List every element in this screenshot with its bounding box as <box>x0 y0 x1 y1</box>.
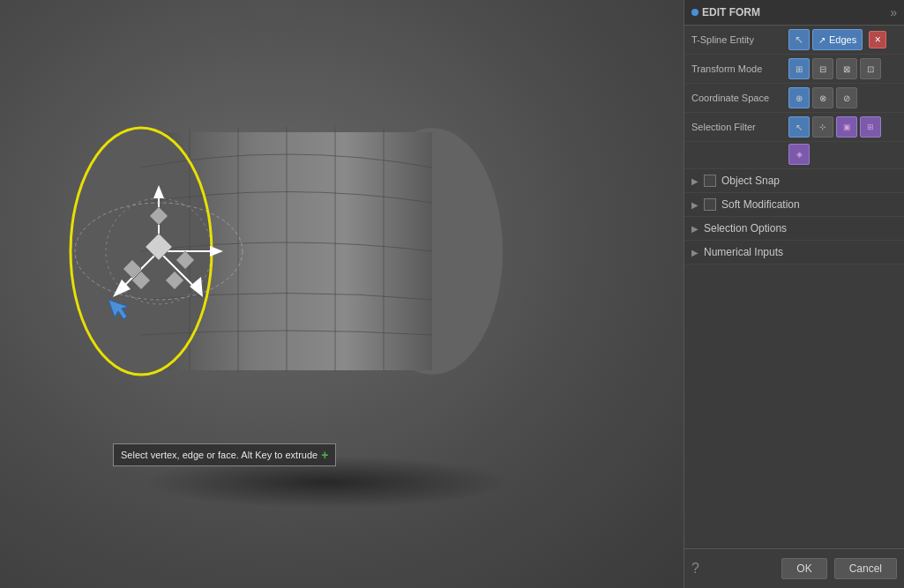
close-entity-btn[interactable]: × <box>869 31 886 48</box>
coord-icon1: ⊕ <box>796 93 803 103</box>
panel-expand-icon[interactable]: » <box>890 5 897 19</box>
panel-header: EDIT FORM » <box>684 0 904 26</box>
tooltip-plus-icon: + <box>321 448 328 462</box>
tspline-entity-label: T-Spline Entity <box>691 34 788 45</box>
edge-cursor-icon: ↗ <box>818 35 826 45</box>
object-snap-arrow-icon: ▶ <box>691 176 699 186</box>
numerical-inputs-section[interactable]: ▶ Numerical Inputs <box>684 241 904 264</box>
help-icon[interactable]: ? <box>691 561 699 577</box>
tspline-entity-controls: ↖ ↗ Edges × <box>788 29 886 50</box>
edges-button[interactable]: ↗ Edges <box>812 29 863 50</box>
selection-filter-extra-row: ◈ <box>684 142 904 169</box>
tooltip-text: Select vertex, edge or face. Alt Key to … <box>121 450 318 460</box>
footer-buttons: OK Cancel <box>781 558 897 579</box>
coord-btn1[interactable]: ⊕ <box>788 87 810 108</box>
cancel-button[interactable]: Cancel <box>834 558 897 579</box>
filter-icon5: ◈ <box>796 150 803 159</box>
filter-btn3[interactable]: ▣ <box>836 116 857 138</box>
transform-mode-label: Transform Mode <box>691 63 788 74</box>
ok-button[interactable]: OK <box>781 558 826 579</box>
close-icon: × <box>875 33 881 46</box>
coord-btn2[interactable]: ⊗ <box>812 87 833 108</box>
selection-options-arrow-icon: ▶ <box>691 224 699 234</box>
coord-icon3: ⊘ <box>843 93 850 103</box>
transform-icon1: ⊞ <box>796 64 803 74</box>
panel-title-text: EDIT FORM <box>702 6 760 19</box>
filter-btn5[interactable]: ◈ <box>788 144 810 165</box>
object-snap-checkbox[interactable] <box>704 175 716 187</box>
coordinate-space-controls: ⊕ ⊗ ⊘ <box>788 87 857 108</box>
panel-title-dot <box>691 9 699 16</box>
filter-btn4[interactable]: ⊞ <box>860 116 881 138</box>
soft-modification-title: Soft Modification <box>721 198 800 211</box>
soft-modification-arrow-icon: ▶ <box>691 200 699 210</box>
object-snap-section[interactable]: ▶ Object Snap <box>684 169 904 193</box>
transform-mode-btn1[interactable]: ⊞ <box>788 58 810 79</box>
numerical-inputs-title: Numerical Inputs <box>704 246 783 258</box>
transform-mode-btn3[interactable]: ⊠ <box>836 58 857 79</box>
panel-title: EDIT FORM <box>691 6 760 19</box>
transform-mode-btn4[interactable]: ⊡ <box>860 58 881 79</box>
coord-icon2: ⊗ <box>819 93 826 103</box>
tspline-entity-row: T-Spline Entity ↖ ↗ Edges × <box>684 26 904 55</box>
filter-icon1: ↖ <box>796 123 803 132</box>
selection-options-section[interactable]: ▶ Selection Options <box>684 217 904 241</box>
edit-form-panel: EDIT FORM » T-Spline Entity ↖ ↗ Edges × … <box>684 0 904 588</box>
tspline-cursor-btn[interactable]: ↖ <box>788 29 810 50</box>
transform-icon3: ⊠ <box>843 64 850 74</box>
filter-icon2: ⊹ <box>819 123 826 131</box>
filter-icon3: ▣ <box>843 123 851 131</box>
filter-btn1[interactable]: ↖ <box>788 116 810 138</box>
transform-icon2: ⊟ <box>819 64 826 74</box>
soft-modification-checkbox[interactable] <box>704 198 716 211</box>
edges-label: Edges <box>829 34 856 45</box>
transform-mode-btn2[interactable]: ⊟ <box>812 58 833 79</box>
panel-footer: ? OK Cancel <box>684 548 904 588</box>
cursor-icon: ↖ <box>795 33 803 46</box>
filter-icon4: ⊞ <box>867 123 874 131</box>
coordinate-space-label: Coordinate Space <box>691 93 788 103</box>
transform-icon4: ⊡ <box>867 64 874 74</box>
selection-options-title: Selection Options <box>704 222 787 234</box>
selection-filter-extra-controls: ◈ <box>788 144 810 165</box>
selection-filter-row: Selection Filter ↖ ⊹ ▣ ⊞ <box>684 113 904 142</box>
transform-mode-controls: ⊞ ⊟ ⊠ ⊡ <box>788 58 881 79</box>
filter-btn2[interactable]: ⊹ <box>812 116 833 138</box>
object-snap-title: Object Snap <box>721 175 780 187</box>
selection-filter-controls: ↖ ⊹ ▣ ⊞ <box>788 116 881 138</box>
transform-mode-row: Transform Mode ⊞ ⊟ ⊠ ⊡ <box>684 55 904 84</box>
tooltip: Select vertex, edge or face. Alt Key to … <box>113 443 336 466</box>
soft-modification-section[interactable]: ▶ Soft Modification <box>684 193 904 217</box>
numerical-inputs-arrow-icon: ▶ <box>691 248 699 257</box>
cylinder-container <box>53 115 547 496</box>
viewport[interactable]: Select vertex, edge or face. Alt Key to … <box>0 0 684 588</box>
selection-filter-label: Selection Filter <box>691 122 788 132</box>
coordinate-space-row: Coordinate Space ⊕ ⊗ ⊘ <box>684 84 904 113</box>
coord-btn3[interactable]: ⊘ <box>836 87 857 108</box>
